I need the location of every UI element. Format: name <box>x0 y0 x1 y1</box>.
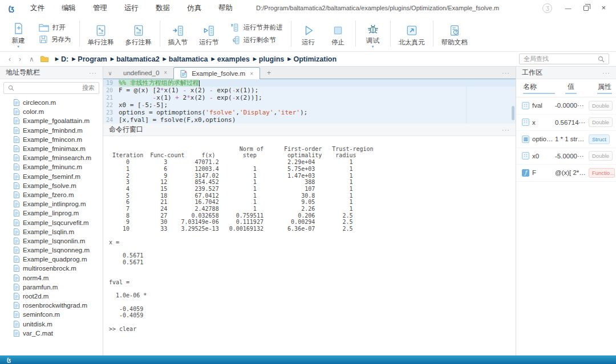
breadcrumb-item[interactable]: ▶ plugins <box>253 55 285 63</box>
breadcrumb-item[interactable]: ▶ Program <box>72 55 107 63</box>
stop-button[interactable]: 停止 <box>323 21 353 47</box>
file-list-item[interactable]: Example_lsqnonneg.m <box>0 246 103 255</box>
file-list-item[interactable]: Example_fzero.m <box>0 190 103 199</box>
console-menu-icon[interactable]: ··· <box>502 126 510 133</box>
restore-icon[interactable] <box>583 6 589 11</box>
run-section-advance-button[interactable]: 运行节并前进 <box>230 23 283 32</box>
editor-menu-icon[interactable]: ··· <box>502 69 510 76</box>
menu-item[interactable]: 文件 <box>22 3 53 13</box>
file-list-item[interactable]: var_C.mat <box>0 329 103 338</box>
code-editor[interactable]: 19 %% 非线性方程组的求解过程 20 F = @(x) [2*x(1) - … <box>103 79 516 124</box>
tab-close-icon[interactable]: × <box>250 71 253 77</box>
sidebar-search-input[interactable]: 搜索 <box>3 82 99 94</box>
tab-undefined-0[interactable]: undefined_0 × <box>117 67 173 79</box>
tab-close-icon[interactable]: × <box>164 69 167 76</box>
multi-comment-button[interactable]: 多行注释 <box>120 21 157 47</box>
file-list-item[interactable]: Example_lsqlin.m <box>0 227 103 236</box>
menu-item[interactable]: 数据 <box>147 3 179 13</box>
nav-back-icon[interactable]: ‹ <box>5 55 15 63</box>
menu-item[interactable]: 仿真 <box>179 3 210 13</box>
file-name: norm4.m <box>23 275 48 281</box>
insert-section-button[interactable]: 插入节 <box>163 21 194 47</box>
file-list-item[interactable]: Example_quadprog.m <box>0 255 103 264</box>
run-remaining-button[interactable]: 运行剩余节 <box>230 35 283 45</box>
breadcrumb-item[interactable]: ▶ Optimization <box>287 55 337 63</box>
file-list-item[interactable]: Example_fmincon.m <box>0 135 103 144</box>
file-list-item[interactable]: norm4.m <box>0 273 103 283</box>
code-token: - <box>209 94 213 101</box>
breadcrumb-item[interactable]: ▶ D: <box>55 55 68 63</box>
main-area: 地址导航栏 ··· 搜索 circlecon.m color.m Example… <box>0 67 616 355</box>
file-list-item[interactable]: Example_fsolve.m <box>0 181 103 190</box>
file-list-item[interactable]: seminfcon.m <box>0 310 103 319</box>
code-line[interactable]: 20 F = @(x) [2*x(1) - x(2) - exp(-x(1)); <box>103 87 516 94</box>
menu-item[interactable]: 帮助 <box>210 3 241 13</box>
file-list-item[interactable]: multirosenbrock.m <box>0 264 103 273</box>
breadcrumb-item[interactable]: ▶ baltamatica <box>163 55 208 63</box>
nav-up-icon[interactable]: ∧ <box>25 55 38 63</box>
file-list-item[interactable]: root2d.m <box>0 292 103 301</box>
run-section-button[interactable]: 运行节 <box>193 21 225 47</box>
breadcrumb-label: baltamatica2 <box>116 55 160 63</box>
new-tab-icon[interactable]: + <box>260 69 278 79</box>
file-list-item[interactable]: circlecon.m <box>0 98 103 107</box>
run-button[interactable]: 运行 <box>294 21 323 47</box>
command-window[interactable]: Norm of First-order Trust-region Iterati… <box>103 136 516 355</box>
about-logo-icon[interactable]: ʒ <box>542 3 552 13</box>
column-value[interactable]: 值 <box>565 82 577 94</box>
console-output[interactable]: Norm of First-order Trust-region Iterati… <box>103 136 516 332</box>
file-list-item[interactable]: color.m <box>0 107 103 116</box>
code-line[interactable]: 24 [x,fval] = fsolve(F,x0,options) <box>103 116 516 124</box>
menu-item[interactable]: 运行 <box>116 3 147 13</box>
workspace-variable-row[interactable]: ∷ fval -0.0000··· Double <box>516 97 616 114</box>
code-line[interactable]: 21 -x(1) + 2*x(2) - exp(-x(2))]; <box>103 94 516 101</box>
file-list-item[interactable]: Example_lsqcurvefit.m <box>0 218 103 227</box>
workspace-variable-row[interactable]: ƒ F @(x)[ 2*… Functio… <box>516 165 616 182</box>
open-button[interactable]: 打开 <box>39 23 71 32</box>
crumb-arrow-icon: ▶ <box>55 56 59 62</box>
file-list-item[interactable]: Example_fgoalattain.m <box>0 116 103 125</box>
close-icon[interactable]: × <box>601 5 606 11</box>
debug-button[interactable]: 调试 ▾ <box>358 19 388 48</box>
code-line[interactable]: 22 x0 = [-5;-5]; <box>103 101 516 109</box>
file-name: Example_lsqcurvefit.m <box>23 219 89 226</box>
new-file-button[interactable]: 新建 ▾ <box>3 19 33 48</box>
workspace-variable-row[interactable]: ∷ x 0.56714··· Double <box>516 114 616 132</box>
file-list-item[interactable]: rosenbrockwithgrad.m <box>0 301 103 310</box>
nav-forward-icon[interactable]: › <box>15 55 25 63</box>
m-file-icon <box>14 145 19 152</box>
menu-item[interactable]: 编辑 <box>53 3 84 13</box>
file-list-item[interactable]: unitdisk.m <box>0 320 103 329</box>
workspace-variable-row[interactable]: ∷ x0 -5.0000··· Double <box>516 148 616 165</box>
code-line[interactable]: 19 %% 非线性方程组的求解过程 <box>103 79 516 87</box>
code-line[interactable]: 23 options = optimoptions('fsolve','Disp… <box>103 109 516 116</box>
baltamatica-button[interactable]: 北太真元 <box>393 21 431 47</box>
help-doc-button[interactable]: 帮助文档 <box>436 21 473 47</box>
sidebar-menu-icon[interactable]: ··· <box>89 69 97 76</box>
window-title-path: D:/Program/baltamatica2/baltamatica/exam… <box>256 5 499 11</box>
file-list-item[interactable]: Example_fminunc.m <box>0 162 103 171</box>
file-list-item[interactable]: Example_fminimax.m <box>0 144 103 153</box>
code-text: -x(1) + 2*x(2) - exp(-x(2))]; <box>119 94 262 101</box>
tab-example-fsolve[interactable]: Example_fsolve.m × <box>173 67 260 79</box>
column-attr[interactable]: 属性 <box>597 82 612 94</box>
breadcrumb-item[interactable]: ▶ examples <box>212 55 250 63</box>
single-comment-button[interactable]: 单行注释 <box>82 21 120 47</box>
file-list-item[interactable]: Example_fminbnd.m <box>0 126 103 135</box>
save-as-button[interactable]: 另存为 <box>39 35 71 44</box>
file-list-item[interactable]: Example_fseminf.m <box>0 172 103 181</box>
global-search-input[interactable]: 全局查找 <box>519 54 609 64</box>
file-list-item[interactable]: Example_fminsearch.m <box>0 153 103 162</box>
file-list-item[interactable]: Example_linprog.m <box>0 208 103 218</box>
file-list-item[interactable]: Example_lsqnonlin.m <box>0 236 103 246</box>
minimize-icon[interactable]: — <box>565 5 571 11</box>
workspace-menu-icon[interactable]: ··· <box>602 69 610 76</box>
file-list-item[interactable]: Example_intlinprog.m <box>0 199 103 208</box>
tab-list-chevron-icon[interactable]: ∨ <box>103 70 117 79</box>
breadcrumb-item[interactable]: ▶ baltamatica2 <box>111 55 160 63</box>
sidebar-search-button[interactable]: 搜索 <box>82 84 95 92</box>
column-name[interactable]: 名称 <box>523 82 555 94</box>
menu-item[interactable]: 管理 <box>84 3 116 13</box>
workspace-variable-row[interactable]: ▦ optio… 1 * 1 str… Struct <box>516 131 616 148</box>
file-list-item[interactable]: paramfun.m <box>0 283 103 292</box>
